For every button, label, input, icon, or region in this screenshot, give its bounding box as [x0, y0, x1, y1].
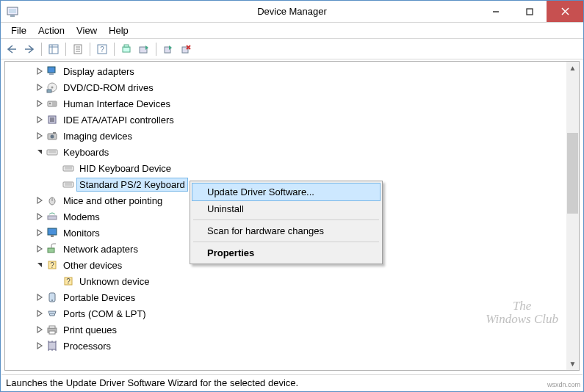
- svg-rect-4: [527, 9, 533, 15]
- minimize-button[interactable]: [479, 1, 513, 22]
- svg-point-57: [50, 313, 51, 314]
- scroll-thumb[interactable]: [567, 133, 578, 214]
- help-button[interactable]: ?: [94, 41, 110, 57]
- cpu-icon: [46, 340, 58, 352]
- menu-help[interactable]: Help: [103, 23, 134, 37]
- expander-none: [51, 179, 61, 189]
- monitor-icon: [46, 227, 58, 239]
- tree-item-ide[interactable]: IDE ATA/ATAPI controllers: [5, 112, 566, 128]
- expander-icon[interactable]: [35, 147, 45, 157]
- scan-hardware-button[interactable]: [118, 41, 134, 57]
- close-button[interactable]: [547, 1, 583, 22]
- svg-rect-7: [49, 45, 58, 54]
- tree-item-label: Keyboards: [61, 146, 111, 159]
- ctx-uninstall[interactable]: Uninstall: [192, 200, 380, 217]
- expander-icon[interactable]: [35, 341, 45, 351]
- tree-item-label: Portable Devices: [61, 291, 137, 304]
- vertical-scrollbar[interactable]: ▲ ▼: [566, 62, 579, 370]
- update-driver-button[interactable]: [136, 41, 152, 57]
- chip-icon: [46, 114, 58, 126]
- svg-text:?: ?: [50, 261, 54, 269]
- scroll-up-button[interactable]: ▲: [566, 62, 579, 74]
- svg-rect-16: [123, 47, 130, 52]
- tree-item-hid[interactable]: Human Interface Devices: [5, 95, 566, 112]
- keyboard-icon: [62, 178, 74, 190]
- svg-point-26: [51, 87, 54, 89]
- tree-item-kb-hid[interactable]: HID Keyboard Device: [5, 160, 566, 176]
- tree-item-label: Other devices: [61, 259, 124, 272]
- expander-icon[interactable]: [35, 115, 45, 125]
- expander-icon[interactable]: [35, 292, 45, 302]
- toolbar: ?: [1, 39, 583, 59]
- tree-item-processors[interactable]: Processors: [5, 338, 566, 354]
- expander-icon[interactable]: [35, 98, 45, 109]
- tree-item-label: Ports (COM & LPT): [61, 308, 148, 320]
- expander-icon[interactable]: [35, 244, 45, 254]
- svg-rect-17: [124, 45, 129, 47]
- other-icon: ?: [46, 259, 58, 271]
- ctx-properties[interactable]: Properties: [192, 244, 380, 261]
- svg-point-58: [51, 313, 53, 314]
- show-hide-tree-button[interactable]: [46, 41, 62, 57]
- tree-item-label: Mice and other pointing: [61, 195, 165, 207]
- tree-item-imaging[interactable]: Imaging devices: [5, 128, 566, 144]
- svg-rect-30: [52, 102, 56, 106]
- tree-item-printq[interactable]: Print queues: [5, 322, 566, 338]
- tree-item-label: Human Interface Devices: [61, 98, 173, 110]
- svg-rect-62: [49, 331, 55, 334]
- pc-icon: [46, 65, 58, 77]
- expander-none: [51, 276, 61, 286]
- expander-icon[interactable]: [35, 66, 45, 76]
- scroll-down-button[interactable]: ▼: [566, 357, 579, 370]
- expander-icon[interactable]: [35, 308, 45, 319]
- properties-button[interactable]: [70, 41, 86, 57]
- tree-item-dvd-cd[interactable]: DVD/CD-ROM drives: [5, 79, 566, 95]
- expander-icon[interactable]: [35, 131, 45, 141]
- svg-point-56: [51, 300, 53, 301]
- svg-point-29: [49, 103, 51, 104]
- tree-item-portable[interactable]: Portable Devices: [5, 289, 566, 305]
- expander-icon[interactable]: [35, 228, 45, 238]
- context-menu: Update Driver Software... Uninstall Scan…: [190, 181, 383, 264]
- svg-rect-61: [49, 326, 55, 328]
- back-button[interactable]: [4, 41, 20, 57]
- status-text: Launches the Update Driver Software Wiza…: [6, 377, 298, 388]
- keyboard-icon: [46, 146, 58, 158]
- tree-item-label: Standard PS/2 Keyboard: [77, 178, 187, 191]
- enable-button[interactable]: [160, 41, 176, 57]
- svg-text:?: ?: [66, 277, 71, 286]
- mouse-icon: [46, 195, 58, 206]
- menu-view[interactable]: View: [71, 23, 103, 37]
- uninstall-button[interactable]: [178, 41, 194, 57]
- menu-file[interactable]: File: [5, 23, 32, 37]
- tree-item-display-adapters[interactable]: Display adapters: [5, 63, 566, 79]
- expander-none: [51, 163, 61, 173]
- ctx-update-driver[interactable]: Update Driver Software...: [192, 184, 380, 200]
- tree-item-label: IDE ATA/ATAPI controllers: [61, 114, 176, 126]
- scroll-track[interactable]: [566, 74, 579, 357]
- toolbar-separator: [90, 43, 90, 56]
- expander-icon[interactable]: [35, 324, 45, 335]
- forward-button[interactable]: [21, 41, 37, 57]
- svg-rect-63: [48, 342, 56, 349]
- svg-rect-1: [9, 9, 16, 13]
- svg-point-34: [51, 135, 54, 139]
- tree-item-label: HID Keyboard Device: [77, 162, 173, 175]
- tree-item-label: DVD/CD-ROM drives: [61, 81, 156, 94]
- expander-icon[interactable]: [35, 82, 45, 92]
- menu-action[interactable]: Action: [32, 23, 71, 37]
- tree-item-unknown[interactable]: ?Unknown device: [5, 273, 566, 289]
- tree-item-ports[interactable]: Ports (COM & LPT): [5, 305, 566, 322]
- modem-icon: [46, 211, 58, 222]
- tree-item-keyboards[interactable]: Keyboards: [5, 144, 566, 160]
- svg-rect-27: [47, 90, 51, 92]
- ctx-scan-hardware[interactable]: Scan for hardware changes: [192, 222, 380, 239]
- expander-icon[interactable]: [35, 195, 45, 206]
- tree-item-label: Network adapters: [61, 243, 140, 255]
- expander-icon[interactable]: [35, 260, 45, 270]
- expander-icon[interactable]: [35, 211, 45, 222]
- svg-rect-32: [50, 117, 54, 122]
- camera-icon: [46, 130, 58, 142]
- maximize-button[interactable]: [513, 1, 547, 22]
- hid-icon: [46, 98, 58, 109]
